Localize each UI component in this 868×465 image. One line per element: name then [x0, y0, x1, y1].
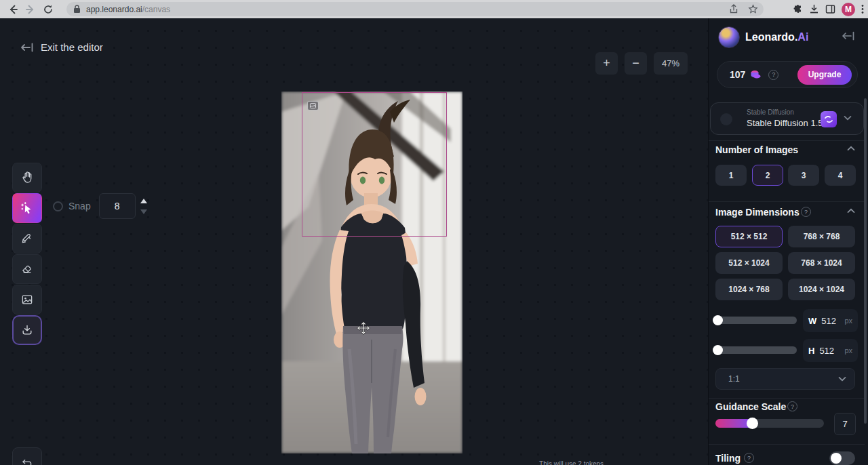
exit-editor-button[interactable]: Exit the editor — [20, 41, 103, 53]
exit-arrow-icon — [20, 43, 34, 52]
move-cursor-icon — [357, 321, 370, 335]
guidance-scale-help-icon[interactable]: ? — [787, 401, 797, 411]
snap-control: Snap 8 — [53, 193, 147, 219]
coins-icon — [750, 69, 762, 80]
snap-increment-icon[interactable] — [140, 199, 147, 203]
undo-icon — [20, 456, 34, 465]
aspect-ratio-dropdown[interactable]: 1:1 — [715, 368, 855, 390]
dimension-option-512x512[interactable]: 512 × 512 — [715, 226, 783, 247]
browser-profile-avatar[interactable]: M — [842, 3, 855, 16]
zoom-in-button[interactable]: + — [595, 52, 618, 75]
snap-label: Snap — [68, 201, 91, 211]
zoom-level-indicator[interactable]: 47% — [654, 52, 688, 75]
image-dimensions-collapse-icon[interactable] — [847, 208, 855, 214]
browser-back-icon[interactable] — [4, 2, 22, 17]
browser-address-bar[interactable]: app.leonardo.ai/canvas — [66, 2, 764, 16]
url-text: app.leonardo.ai/canvas — [86, 5, 170, 14]
token-count: 107 — [730, 69, 745, 80]
settings-sidebar: Leonardo.Ai 107 ? Upgrade Stable Diffusi… — [708, 18, 868, 465]
stable-diffusion-badge-icon — [821, 111, 837, 127]
dimension-option-1024x1024[interactable]: 1024 × 1024 — [788, 279, 855, 300]
image-dimensions-title: Image Dimensions — [715, 207, 800, 218]
num-images-option-1[interactable]: 1 — [715, 165, 747, 186]
brand: Leonardo.Ai — [718, 26, 808, 48]
height-slider-thumb[interactable] — [713, 345, 723, 355]
model-chevron-down-icon — [844, 115, 852, 121]
image-dimensions-help-icon[interactable]: ? — [801, 207, 811, 217]
brand-title: Leonardo.Ai — [745, 31, 808, 43]
model-selector[interactable]: Stable Diffusion Stable Diffusion 1.5 — [710, 102, 864, 135]
generated-image[interactable] — [281, 92, 462, 453]
height-slider[interactable] — [715, 346, 797, 354]
height-value[interactable]: 512 — [819, 346, 834, 356]
aspect-ratio-chevron-icon — [838, 376, 846, 382]
upgrade-button[interactable]: Upgrade — [797, 65, 852, 85]
bookmark-star-icon[interactable] — [748, 4, 758, 14]
model-selector-value: Stable Diffusion 1.5 — [747, 118, 823, 128]
exit-editor-label: Exit the editor — [41, 41, 103, 53]
browser-menu-icon[interactable] — [861, 4, 864, 14]
divider — [709, 201, 865, 202]
pan-tool-button[interactable] — [12, 163, 42, 193]
num-images-option-2[interactable]: 2 — [752, 165, 783, 186]
number-of-images-title: Number of Images — [715, 144, 798, 155]
snap-value-input[interactable]: 8 — [99, 193, 136, 219]
width-value[interactable]: 512 — [821, 316, 836, 326]
width-slider-thumb[interactable] — [713, 315, 723, 325]
zoom-out-button[interactable]: − — [625, 52, 647, 75]
leonardo-canvas-app: app.leonardo.ai/canvas M Exit the editor — [0, 0, 868, 465]
width-unit: px — [844, 317, 852, 325]
height-value-box: H 512 px — [803, 339, 858, 362]
image-icon — [20, 293, 34, 306]
divider — [709, 398, 865, 399]
tool-rail — [12, 163, 42, 315]
extensions-puzzle-icon[interactable] — [793, 4, 803, 14]
dimension-option-768x768[interactable]: 768 × 768 — [788, 226, 855, 247]
height-unit: px — [844, 346, 852, 355]
eraser-tool-button[interactable] — [12, 254, 42, 284]
guidance-scale-slider[interactable] — [715, 419, 824, 428]
zoom-controls: + − 47% — [595, 52, 688, 75]
dimension-option-768x1024[interactable]: 768 × 1024 — [788, 252, 855, 274]
width-label: W — [808, 316, 816, 326]
dimension-option-1024x768[interactable]: 1024 × 768 — [715, 279, 783, 300]
number-of-images-collapse-icon[interactable] — [847, 146, 855, 151]
eraser-icon — [20, 262, 34, 276]
browser-forward-icon[interactable] — [22, 2, 39, 17]
height-label: H — [808, 346, 814, 356]
snap-toggle[interactable] — [53, 201, 63, 211]
num-images-option-4[interactable]: 4 — [825, 165, 856, 186]
paint-brush-icon — [20, 232, 34, 245]
token-balance-box: 107 ? Upgrade — [717, 61, 858, 88]
hand-icon — [20, 171, 34, 184]
tiling-help-icon[interactable]: ? — [744, 453, 754, 463]
guidance-scale-title: Guidance Scale — [715, 401, 786, 412]
paint-tool-button[interactable] — [12, 224, 42, 254]
browser-toolbar: app.leonardo.ai/canvas M — [0, 0, 868, 18]
token-usage-note: This will use 2 tokens. 107 tokens remai… — [521, 460, 623, 465]
browser-reload-icon[interactable] — [39, 2, 57, 17]
sidebar-scrollbar[interactable] — [864, 98, 867, 424]
tiling-toggle[interactable] — [829, 451, 855, 465]
num-images-option-3[interactable]: 3 — [788, 165, 819, 186]
width-value-box: W 512 px — [803, 309, 858, 332]
collapse-sidebar-icon[interactable] — [842, 31, 855, 41]
magic-select-cursor-icon — [20, 201, 35, 216]
download-icon — [20, 323, 34, 337]
download-artwork-button[interactable] — [12, 315, 42, 345]
usage-line-1: This will use 2 tokens. — [521, 460, 623, 465]
snap-decrement-icon[interactable] — [140, 209, 147, 214]
undo-button[interactable] — [12, 447, 42, 465]
share-icon[interactable] — [729, 4, 738, 14]
tiling-toggle-knob — [831, 453, 842, 464]
guidance-scale-thumb[interactable] — [747, 418, 758, 429]
side-panel-icon[interactable] — [825, 4, 835, 14]
tiling-title: Tiling — [715, 453, 741, 464]
leonardo-logo-avatar — [718, 26, 740, 48]
token-help-icon[interactable]: ? — [768, 70, 778, 80]
image-tool-button[interactable] — [12, 285, 42, 315]
dimension-option-512x1024[interactable]: 512 × 1024 — [715, 252, 783, 274]
width-slider[interactable] — [715, 317, 797, 324]
select-tool-button[interactable] — [12, 193, 42, 223]
downloads-icon[interactable] — [809, 4, 819, 14]
